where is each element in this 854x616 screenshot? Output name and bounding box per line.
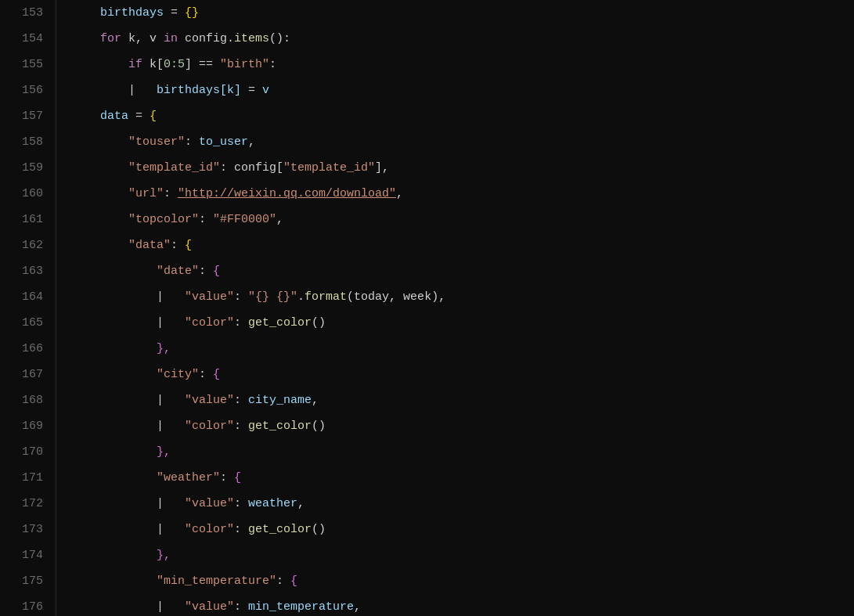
code-line: | "value": weather, bbox=[72, 491, 854, 517]
code-line: | "color": get_color() bbox=[72, 517, 854, 542]
code-line: }, bbox=[72, 439, 854, 465]
code-line: birthdays = {} bbox=[72, 0, 854, 26]
line-number: 159 bbox=[0, 155, 56, 181]
line-number: 171 bbox=[0, 465, 56, 491]
line-number: 173 bbox=[0, 517, 56, 542]
code-line: | "value": "{} {}".format(today, week), bbox=[72, 284, 854, 310]
code-line: "url": "http://weixin.qq.com/download", bbox=[72, 181, 854, 207]
line-number: 158 bbox=[0, 129, 56, 155]
code-line: "min_temperature": { bbox=[72, 568, 854, 594]
line-number: 164 bbox=[0, 284, 56, 310]
line-number: 170 bbox=[0, 439, 56, 465]
code-line: "topcolor": "#FF0000", bbox=[72, 207, 854, 232]
line-number: 176 bbox=[0, 594, 56, 616]
line-number: 166 bbox=[0, 336, 56, 362]
code-line: "date": { bbox=[72, 258, 854, 284]
line-number: 160 bbox=[0, 181, 56, 207]
line-number: 167 bbox=[0, 362, 56, 387]
code-line: | "value": city_name, bbox=[72, 387, 854, 413]
code-line: | "color": get_color() bbox=[72, 310, 854, 336]
code-editor: 1531541551561571581591601611621631641651… bbox=[0, 0, 854, 616]
line-number: 165 bbox=[0, 310, 56, 336]
line-number: 163 bbox=[0, 258, 56, 284]
line-number: 155 bbox=[0, 52, 56, 77]
code-line: data = { bbox=[72, 103, 854, 129]
line-number-gutter: 1531541551561571581591601611621631641651… bbox=[0, 0, 56, 616]
line-number: 154 bbox=[0, 26, 56, 52]
code-line: }, bbox=[72, 336, 854, 362]
code-line: "city": { bbox=[72, 362, 854, 387]
line-number: 162 bbox=[0, 232, 56, 258]
line-number: 157 bbox=[0, 103, 56, 129]
code-line: | "color": get_color() bbox=[72, 413, 854, 439]
line-number: 174 bbox=[0, 542, 56, 568]
line-number: 161 bbox=[0, 207, 56, 232]
code-line: for k, v in config.items(): bbox=[72, 26, 854, 52]
code-line: if k[0:5] == "birth": bbox=[72, 52, 854, 77]
line-number: 175 bbox=[0, 568, 56, 594]
code-line: "template_id": config["template_id"], bbox=[72, 155, 854, 181]
code-line: }, bbox=[72, 542, 854, 568]
code-line: | birthdays[k] = v bbox=[72, 77, 854, 103]
code-line: "weather": { bbox=[72, 465, 854, 491]
line-number: 168 bbox=[0, 387, 56, 413]
line-number: 172 bbox=[0, 491, 56, 517]
line-number: 156 bbox=[0, 77, 56, 103]
code-line: "data": { bbox=[72, 232, 854, 258]
code-area[interactable]: birthdays = {} for k, v in config.items(… bbox=[56, 0, 854, 616]
code-line: "touser": to_user, bbox=[72, 129, 854, 155]
line-number: 153 bbox=[0, 0, 56, 26]
line-number: 169 bbox=[0, 413, 56, 439]
code-line: | "value": min_temperature, bbox=[72, 594, 854, 616]
